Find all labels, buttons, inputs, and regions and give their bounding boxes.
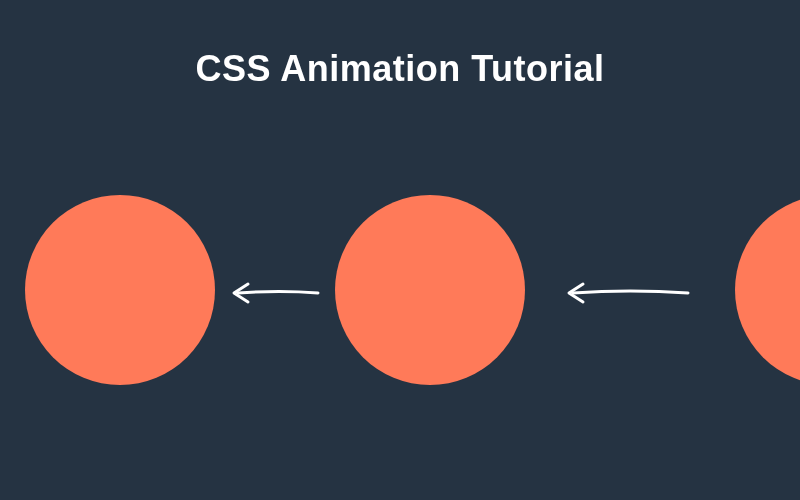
arrow-left-icon bbox=[565, 278, 690, 312]
animation-circle-1 bbox=[25, 195, 215, 385]
animation-circle-2 bbox=[335, 195, 525, 385]
page-title: CSS Animation Tutorial bbox=[0, 48, 800, 90]
animation-circle-3 bbox=[735, 195, 800, 385]
arrow-left-icon bbox=[230, 278, 320, 312]
